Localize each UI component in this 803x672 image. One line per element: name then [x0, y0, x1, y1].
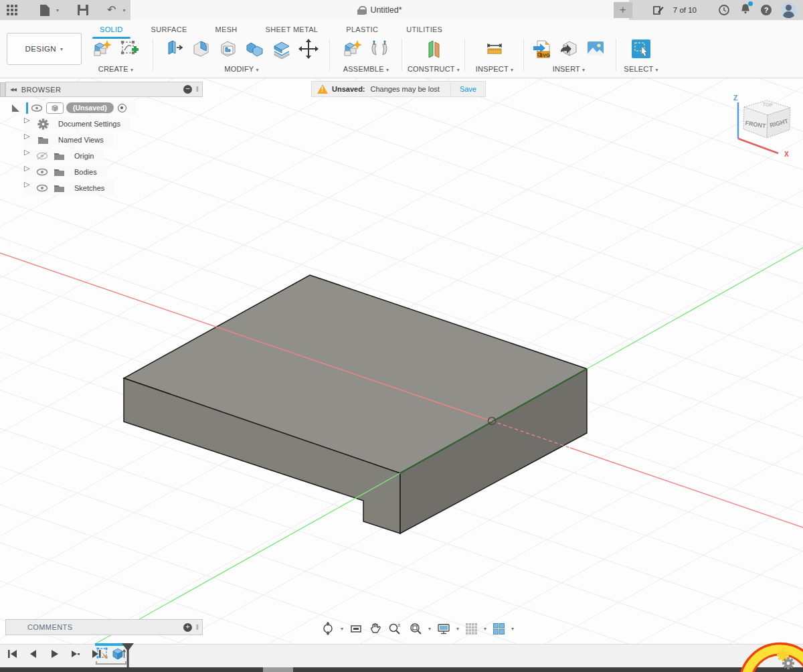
split-body-icon[interactable] — [270, 37, 294, 61]
tree-item-label[interactable]: Named Views — [58, 136, 104, 144]
panel-grip-icon[interactable]: ‖ — [196, 86, 199, 93]
shell-icon[interactable] — [216, 37, 240, 61]
eye-icon[interactable] — [36, 183, 48, 193]
insert-svg-icon[interactable]: SVG — [530, 37, 554, 61]
document-tab[interactable]: Untitled* — [130, 0, 629, 20]
minimize-panel-icon[interactable]: − — [183, 85, 192, 94]
assemble-new-component-icon[interactable] — [341, 37, 365, 61]
help-icon[interactable]: ? — [761, 5, 772, 15]
y-axis-line-upper — [587, 248, 803, 369]
step-forward-icon[interactable] — [69, 648, 81, 660]
timeline-scrollbar-thumb[interactable] — [263, 667, 293, 672]
group-label-select[interactable]: SELECT ▾ — [620, 65, 662, 73]
save-icon[interactable] — [78, 5, 88, 15]
save-link[interactable]: Save — [450, 82, 485, 96]
component-document-icon[interactable] — [46, 102, 64, 114]
pan-icon[interactable] — [369, 622, 382, 635]
eye-hidden-icon[interactable] — [36, 151, 48, 161]
tree-item-label[interactable]: Origin — [74, 152, 94, 160]
group-label-create[interactable]: CREATE ▾ — [87, 65, 145, 73]
group-label-construct[interactable]: CONSTRUCT ▾ — [406, 65, 462, 73]
orbit-icon[interactable] — [321, 622, 335, 635]
look-at-icon[interactable] — [349, 622, 363, 635]
panel-grip-icon[interactable]: ‖ — [196, 624, 199, 631]
add-comment-icon[interactable]: + — [183, 623, 192, 632]
goto-start-icon[interactable] — [7, 648, 19, 660]
fit-icon[interactable] — [409, 622, 422, 635]
expander-icon[interactable] — [24, 137, 29, 143]
viewcube[interactable]: TOP FRONT RIGHT Z X — [729, 91, 803, 161]
tree-row-root[interactable]: (Unsaved) — [12, 100, 136, 115]
viewports-caret-icon[interactable]: ▾ — [511, 626, 514, 632]
undo-caret-icon[interactable]: ▾ — [122, 7, 125, 13]
select-icon[interactable] — [629, 37, 653, 61]
tree-item-label[interactable]: Sketches — [74, 184, 104, 192]
tree-item-label[interactable]: Document Settings — [58, 120, 120, 128]
clock-icon[interactable] — [718, 4, 730, 16]
group-label-assemble[interactable]: ASSEMBLE ▾ — [335, 65, 397, 73]
display-caret-icon[interactable]: ▾ — [456, 626, 459, 632]
group-label-inspect[interactable]: INSPECT ▾ — [468, 65, 521, 73]
fusion360-window: ▾ ↶ ▾ ↷ ▾ Untitled* ✕ + 7 of 10 ? — [0, 0, 803, 672]
expander-icon[interactable] — [24, 185, 29, 191]
viewcube-x-label: X — [784, 151, 789, 158]
group-create: CREATE ▾ — [87, 35, 145, 76]
joint-icon[interactable] — [367, 37, 391, 61]
construction-plane-icon[interactable] — [422, 37, 446, 61]
expander-icon[interactable] — [24, 120, 29, 127]
new-tab-button[interactable]: + — [614, 2, 632, 18]
new-component-icon[interactable] — [90, 37, 114, 61]
combine-icon[interactable] — [243, 37, 267, 61]
expander-icon[interactable] — [24, 153, 29, 159]
tree-row-named-views[interactable]: Named Views — [24, 133, 113, 147]
spinner-gear-icon — [782, 657, 794, 669]
root-expander-icon[interactable] — [12, 104, 19, 112]
grid-snaps-icon[interactable] — [465, 622, 478, 635]
notifications-wrap[interactable] — [739, 3, 751, 17]
create-sketch-icon[interactable] — [117, 37, 141, 61]
viewcube-x-axis — [738, 139, 778, 153]
insert-derive-icon[interactable] — [557, 37, 581, 61]
lock-icon — [357, 6, 365, 15]
tree-row-origin[interactable]: Origin — [24, 149, 103, 163]
undo-icon[interactable]: ↶ — [107, 5, 116, 15]
activate-component-radio[interactable] — [118, 104, 126, 112]
file-menu-icon[interactable] — [40, 5, 50, 16]
group-separator — [464, 39, 465, 71]
eye-icon[interactable] — [31, 104, 43, 112]
job-status-spinner[interactable] — [736, 639, 803, 672]
file-menu-caret-icon[interactable]: ▾ — [56, 7, 59, 13]
display-settings-icon[interactable] — [437, 622, 450, 635]
tree-row-bodies[interactable]: Bodies — [24, 165, 106, 179]
comments-panel-header[interactable]: COMMENTS + ‖ — [5, 619, 203, 635]
job-status-icon[interactable] — [652, 5, 664, 16]
collapse-panel-icon[interactable]: ◀◀ — [10, 87, 16, 92]
timeline-scrollbar[interactable] — [0, 667, 803, 672]
group-label-insert[interactable]: INSERT ▾ — [527, 65, 610, 73]
tree-row-sketches[interactable]: Sketches — [24, 181, 114, 195]
fit-caret-icon[interactable]: ▾ — [428, 626, 431, 632]
measure-icon[interactable] — [482, 37, 507, 61]
ribbon-toolbar: SOLID SURFACE MESH SHEET METAL PLASTIC U… — [0, 20, 803, 78]
app-launcher-icon[interactable] — [7, 5, 17, 15]
grid-caret-icon[interactable]: ▾ — [484, 626, 486, 632]
orbit-caret-icon[interactable]: ▾ — [341, 626, 343, 632]
eye-icon[interactable] — [36, 167, 48, 177]
fillet-icon[interactable] — [189, 37, 213, 61]
tree-row-document-settings[interactable]: Document Settings — [24, 116, 130, 131]
play-icon[interactable] — [48, 648, 60, 660]
workspace-selector[interactable]: DESIGN ▾ — [7, 33, 82, 65]
browser-dock-grip[interactable] — [0, 82, 5, 97]
group-label-modify[interactable]: MODIFY ▾ — [158, 65, 325, 73]
viewports-icon[interactable] — [493, 622, 505, 635]
avatar[interactable] — [781, 3, 796, 18]
move-icon[interactable] — [296, 37, 321, 61]
tree-item-label[interactable]: Bodies — [74, 168, 97, 176]
step-back-icon[interactable] — [27, 648, 39, 660]
press-pull-icon[interactable] — [163, 37, 187, 61]
zoom-icon[interactable]: ± — [388, 622, 403, 635]
expander-icon[interactable] — [24, 169, 29, 175]
document-name-badge[interactable]: (Unsaved) — [66, 102, 114, 113]
canvas-icon[interactable] — [584, 37, 608, 61]
browser-panel-header[interactable]: ◀◀ BROWSER − ‖ — [5, 82, 203, 97]
